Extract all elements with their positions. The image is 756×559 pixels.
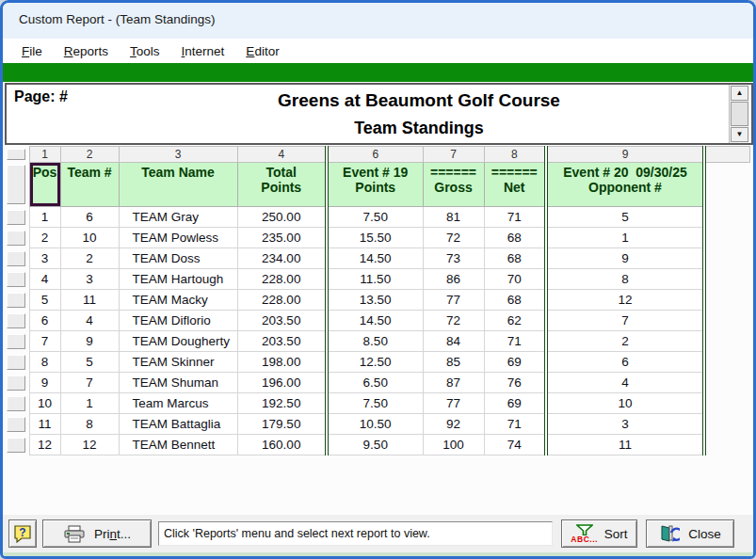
- table-cell[interactable]: 10: [60, 228, 119, 248]
- table-cell[interactable]: 2: [29, 228, 60, 248]
- table-cell[interactable]: 5: [546, 207, 704, 228]
- table-cell[interactable]: TEAM Hartough: [119, 269, 237, 290]
- row-header-box[interactable]: [7, 210, 25, 225]
- gutter-cell[interactable]: [5, 269, 29, 290]
- table-cell[interactable]: 12: [546, 290, 704, 311]
- table-cell[interactable]: 11: [546, 435, 704, 455]
- print-button[interactable]: Print...: [42, 519, 152, 548]
- table-cell[interactable]: 7.50: [327, 393, 423, 414]
- table-cell[interactable]: 228.00: [237, 290, 327, 311]
- row-header-box[interactable]: [7, 375, 25, 391]
- table-cell[interactable]: 1: [60, 393, 119, 414]
- table-cell[interactable]: 68: [484, 290, 546, 311]
- table-cell[interactable]: 3: [29, 248, 60, 269]
- table-cell[interactable]: 84: [423, 331, 484, 352]
- table-cell[interactable]: 198.00: [237, 352, 327, 373]
- table-cell[interactable]: 70: [484, 269, 546, 290]
- table-cell[interactable]: 71: [484, 414, 546, 435]
- column-number[interactable]: 6: [327, 147, 423, 163]
- row-header-box[interactable]: [7, 334, 25, 349]
- title-bar[interactable]: Custom Report - (Team Standings): [3, 3, 753, 39]
- menu-tools[interactable]: Tools: [121, 41, 172, 61]
- table-cell[interactable]: 4: [546, 373, 704, 393]
- gutter-cell[interactable]: [5, 248, 29, 269]
- help-button[interactable]: ?: [8, 519, 37, 548]
- table-cell[interactable]: 5: [60, 352, 119, 373]
- menu-reports[interactable]: Reports: [55, 41, 121, 61]
- table-cell[interactable]: 69: [484, 393, 546, 414]
- table-cell[interactable]: 12: [60, 435, 119, 455]
- table-cell[interactable]: 196.00: [237, 373, 327, 393]
- column-header[interactable]: Team Name: [119, 163, 237, 207]
- table-cell[interactable]: 14.50: [327, 311, 423, 331]
- column-number[interactable]: 3: [119, 147, 237, 163]
- column-header[interactable]: ======Gross: [423, 163, 484, 207]
- table-cell[interactable]: 8: [60, 414, 119, 435]
- close-button[interactable]: Close: [646, 519, 734, 548]
- header-scrollbar[interactable]: ▲ ▼: [729, 85, 749, 143]
- column-number[interactable]: 2: [60, 147, 119, 163]
- table-cell[interactable]: 11.50: [327, 269, 423, 290]
- table-cell[interactable]: 74: [484, 435, 546, 455]
- table-cell[interactable]: TEAM Powless: [119, 228, 237, 248]
- row-header-box[interactable]: [7, 396, 25, 411]
- table-cell[interactable]: 81: [423, 207, 484, 228]
- table-cell[interactable]: TEAM Shuman: [119, 373, 237, 393]
- table-cell[interactable]: 1: [546, 228, 704, 248]
- table-cell[interactable]: 9: [29, 373, 60, 393]
- gutter-cell[interactable]: [5, 393, 29, 414]
- table-cell[interactable]: 9: [60, 331, 119, 352]
- menu-internet[interactable]: Internet: [172, 41, 237, 61]
- table-cell[interactable]: TEAM Dougherty: [119, 331, 237, 352]
- table-cell[interactable]: 7: [546, 311, 704, 331]
- table-cell[interactable]: 73: [423, 248, 484, 269]
- table-cell[interactable]: 2: [60, 248, 119, 269]
- table-cell[interactable]: 11: [60, 290, 119, 311]
- table-cell[interactable]: 72: [423, 311, 484, 331]
- table-cell[interactable]: 234.00: [237, 248, 327, 269]
- table-cell[interactable]: 13.50: [327, 290, 423, 311]
- table-cell[interactable]: 7: [60, 373, 119, 393]
- standings-grid[interactable]: 12346789PosTeam #Team NameTotalPointsEve…: [5, 146, 750, 455]
- row-header-box[interactable]: [7, 293, 25, 308]
- menu-editor[interactable]: Editor: [236, 41, 291, 61]
- table-cell[interactable]: 100: [423, 435, 484, 455]
- scroll-down-icon[interactable]: ▼: [731, 127, 748, 142]
- gutter-cell[interactable]: [5, 331, 29, 352]
- table-cell[interactable]: 76: [484, 373, 546, 393]
- table-cell[interactable]: 8: [546, 269, 704, 290]
- gutter-cell[interactable]: [5, 311, 29, 331]
- table-cell[interactable]: 6: [29, 311, 60, 331]
- table-cell[interactable]: TEAM Diflorio: [119, 311, 237, 331]
- table-cell[interactable]: 12.50: [327, 352, 423, 373]
- table-cell[interactable]: 9: [546, 248, 704, 269]
- table-cell[interactable]: 3: [60, 269, 119, 290]
- row-header-box[interactable]: [7, 355, 25, 370]
- column-number[interactable]: 9: [546, 147, 704, 163]
- gutter-cell[interactable]: [5, 435, 29, 455]
- table-cell[interactable]: TEAM Battaglia: [119, 414, 237, 435]
- table-cell[interactable]: 235.00: [237, 228, 327, 248]
- column-number[interactable]: 7: [423, 147, 484, 163]
- table-cell[interactable]: 7: [29, 331, 60, 352]
- table-cell[interactable]: TEAM Skinner: [119, 352, 237, 373]
- table-cell[interactable]: 203.50: [237, 311, 327, 331]
- table-cell[interactable]: 5: [29, 290, 60, 311]
- gutter-cell[interactable]: [5, 352, 29, 373]
- table-cell[interactable]: 1: [29, 207, 60, 228]
- table-cell[interactable]: 6: [546, 352, 704, 373]
- table-cell[interactable]: 2: [546, 331, 704, 352]
- menu-file[interactable]: File: [12, 41, 55, 61]
- column-header[interactable]: TotalPoints: [237, 163, 327, 207]
- table-cell[interactable]: 85: [423, 352, 484, 373]
- sort-button[interactable]: ABC... Sort: [561, 519, 637, 548]
- table-cell[interactable]: 92: [423, 414, 484, 435]
- table-cell[interactable]: 14.50: [327, 248, 423, 269]
- table-cell[interactable]: 72: [423, 228, 484, 248]
- table-cell[interactable]: 10: [29, 393, 60, 414]
- gutter-cell[interactable]: [5, 414, 29, 435]
- row-header-box[interactable]: [7, 417, 25, 432]
- table-cell[interactable]: TEAM Doss: [119, 248, 237, 269]
- column-header[interactable]: Team #: [60, 163, 119, 207]
- column-number[interactable]: 8: [484, 147, 546, 163]
